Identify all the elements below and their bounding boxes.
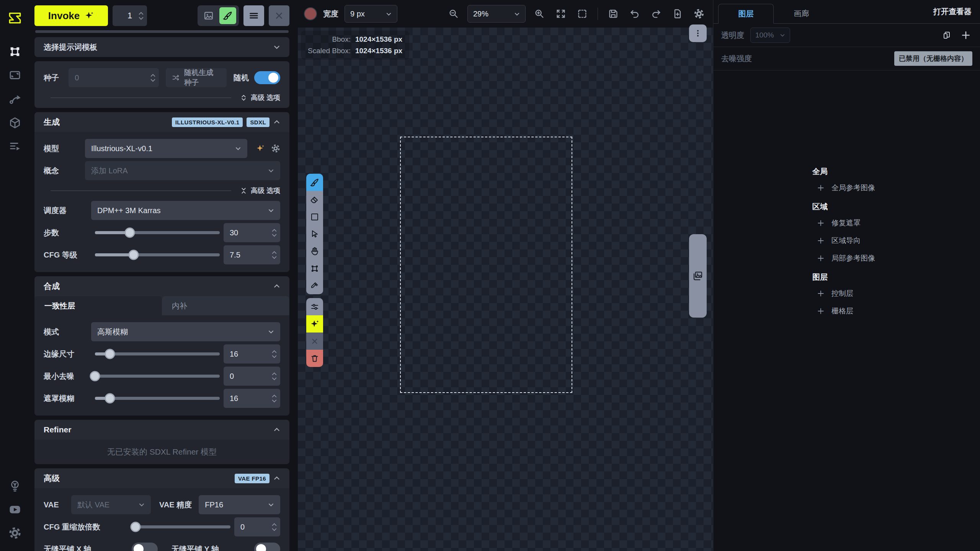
save-icon[interactable] — [606, 6, 621, 21]
canvas-brush-mode-icon[interactable] — [219, 7, 236, 24]
select-tool[interactable] — [306, 225, 323, 243]
invoke-button[interactable]: Invoke — [34, 5, 108, 26]
tab-layers[interactable]: 图层 — [718, 4, 774, 24]
coherence-mode-select[interactable]: 高斯模糊 — [91, 322, 280, 341]
mask-blur-input[interactable]: 16 — [224, 389, 280, 408]
support-bulb-icon[interactable] — [6, 477, 24, 494]
tab-inpaint[interactable]: 内补 — [162, 296, 289, 315]
add-regional-guidance[interactable]: 区域导向 — [812, 232, 980, 249]
open-viewer-button[interactable]: 打开查看器 — [925, 7, 980, 17]
zoom-out-icon[interactable] — [446, 6, 461, 21]
vae-precision-select[interactable]: FP16 — [199, 495, 280, 514]
nav-models-icon[interactable] — [6, 114, 24, 132]
cancel-button[interactable] — [269, 5, 289, 26]
scheduler-select[interactable]: DPM++ 3M Karras — [91, 201, 280, 220]
brush-width-select[interactable]: 9 px — [345, 5, 397, 23]
undo-icon[interactable] — [627, 6, 642, 21]
add-raster-layer[interactable]: 栅格层 — [812, 302, 980, 320]
add-control-layer[interactable]: 控制层 — [812, 285, 980, 302]
prompt-template-label: 选择提示词模板 — [44, 42, 97, 52]
new-session-icon[interactable] — [670, 6, 685, 21]
zoom-level-select[interactable]: 29% — [467, 5, 526, 23]
cancel-tool[interactable] — [306, 333, 323, 350]
brush-color-swatch[interactable] — [304, 7, 317, 20]
lora-select[interactable]: 添加 LoRA — [85, 161, 280, 180]
filter-sliders-tool[interactable] — [306, 298, 323, 315]
chevron-down-icon — [139, 502, 145, 508]
edge-size-slider[interactable] — [95, 344, 220, 364]
viewer-image-icon[interactable] — [200, 7, 217, 24]
min-denoise-slider[interactable] — [95, 367, 220, 386]
settings-gear-icon[interactable] — [6, 524, 24, 542]
add-layer-icon[interactable] — [959, 29, 972, 42]
cfg-slider[interactable] — [95, 245, 220, 264]
seed-steppers[interactable] — [150, 68, 155, 87]
add-inpaint-mask[interactable]: 修复遮罩 — [812, 214, 980, 232]
canvas-settings-gear-icon[interactable] — [691, 6, 707, 21]
edge-size-input[interactable]: 16 — [224, 344, 280, 364]
vae-select[interactable]: 默认 VAE — [71, 495, 151, 514]
add-regional-reference-image[interactable]: 局部参考图像 — [812, 249, 980, 267]
model-settings-gear-icon[interactable] — [271, 144, 280, 153]
duplicate-layer-icon[interactable] — [940, 29, 953, 42]
nav-queue-icon[interactable] — [6, 138, 24, 155]
generation-header[interactable]: 生成 ILLUSTRIOUS-XL-V0.1 SDXL — [34, 112, 289, 132]
model-value: Illustrious-XL-v0.1 — [91, 144, 231, 153]
delete-tool[interactable] — [306, 350, 323, 367]
cfg-input[interactable]: 7.5 — [224, 245, 280, 264]
toolbar-divider — [598, 8, 598, 20]
generation-bbox[interactable] — [400, 137, 572, 393]
advanced-header[interactable]: 高级 VAE FP16 — [34, 468, 289, 488]
model-badge: ILLUSTRIOUS-XL-V0.1 — [172, 117, 243, 127]
color-picker-tool[interactable] — [306, 277, 323, 294]
nav-workflows-icon[interactable] — [6, 90, 24, 108]
vae-precision-label: VAE 精度 — [159, 500, 192, 510]
invoke-sparkle-tool[interactable] — [306, 315, 323, 333]
steps-slider[interactable] — [95, 223, 220, 242]
add-global-reference-image[interactable]: 全局参考图像 — [812, 179, 980, 197]
edge-size-label: 边缘尺寸 — [44, 349, 91, 359]
cfg-rescale-value: 0 — [240, 523, 245, 531]
steps-input[interactable]: 30 — [224, 223, 280, 242]
gallery-handle[interactable] — [689, 234, 707, 318]
bbox-tool[interactable] — [306, 260, 323, 277]
sparkle-icon — [84, 11, 94, 21]
tile-y-toggle[interactable] — [254, 543, 280, 551]
pan-hand-tool[interactable] — [306, 243, 323, 260]
randomize-seed-button[interactable]: 随机生成种子 — [166, 68, 227, 87]
brush-tool[interactable] — [306, 174, 323, 191]
tab-gallery[interactable]: 画廊 — [774, 3, 829, 23]
prompt-template-select[interactable]: 选择提示词模板 — [34, 37, 289, 57]
opacity-select[interactable]: 100% — [750, 28, 790, 43]
chevron-down-icon — [268, 207, 274, 214]
cfg-rescale-slider[interactable] — [136, 517, 230, 536]
tab-coherence-pass[interactable]: 一致性层 — [34, 296, 162, 315]
zoom-in-icon[interactable] — [532, 6, 547, 21]
random-toggle[interactable] — [254, 71, 280, 84]
canvas-menu-kebab[interactable] — [689, 24, 707, 42]
tile-x-toggle[interactable] — [132, 543, 158, 551]
generation-advanced-options[interactable]: 高级 选项 — [44, 182, 280, 199]
fit-to-view-icon[interactable] — [553, 6, 568, 21]
compositing-header[interactable]: 合成 — [34, 276, 289, 296]
nav-canvas-icon[interactable] — [6, 43, 24, 60]
model-select[interactable]: Illustrious-XL-v0.1 — [85, 139, 247, 158]
canvas-stage[interactable]: Bbox: 1024×1536 px Scaled Bbox: 1024×153… — [298, 28, 713, 551]
youtube-icon[interactable] — [6, 500, 24, 518]
mask-blur-slider[interactable] — [95, 389, 220, 408]
min-denoise-input[interactable]: 0 — [224, 367, 280, 386]
eraser-tool[interactable] — [306, 191, 323, 208]
seed-advanced-options[interactable]: 高级 选项 — [44, 89, 280, 106]
vae-label: VAE — [44, 500, 71, 509]
menu-hamburger-button[interactable] — [243, 5, 264, 26]
refiner-header[interactable]: Refiner — [34, 420, 289, 440]
iterations-input[interactable]: 1 — [113, 5, 147, 26]
model-sparkle-icon[interactable] — [256, 144, 265, 153]
cfg-rescale-input[interactable]: 0 — [234, 517, 280, 536]
iterations-steppers[interactable] — [139, 5, 144, 26]
nav-upscale-icon[interactable] — [6, 67, 24, 84]
redo-icon[interactable] — [648, 6, 664, 21]
fit-bbox-icon[interactable] — [575, 6, 590, 21]
rect-tool[interactable] — [306, 208, 323, 225]
seed-input[interactable]: 0 — [69, 68, 159, 87]
